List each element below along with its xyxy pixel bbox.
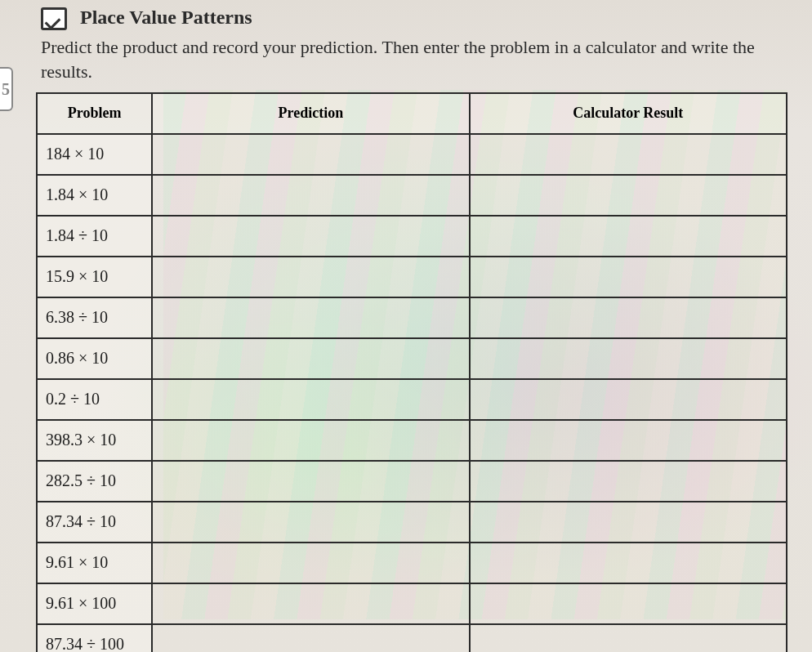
table-row: 1.84 ÷ 10 xyxy=(37,216,787,257)
worksheet-table: Problem Prediction Calculator Result 184… xyxy=(36,92,787,652)
problem-cell: 0.86 × 10 xyxy=(37,338,152,379)
problem-cell: 184 × 10 xyxy=(37,134,152,175)
table-row: 6.38 ÷ 10 xyxy=(37,297,787,338)
prediction-cell[interactable] xyxy=(152,420,469,461)
section-title: Place Value Patterns xyxy=(41,7,787,30)
prediction-cell[interactable] xyxy=(152,134,469,175)
prediction-cell[interactable] xyxy=(152,461,469,502)
problem-cell: 282.5 ÷ 10 xyxy=(37,461,152,502)
result-cell[interactable] xyxy=(470,583,787,624)
prediction-cell[interactable] xyxy=(152,583,469,624)
table-row: 398.3 × 10 xyxy=(37,420,787,461)
header-result: Calculator Result xyxy=(470,93,787,134)
prediction-cell[interactable] xyxy=(152,297,469,338)
result-cell[interactable] xyxy=(470,216,787,257)
result-cell[interactable] xyxy=(470,461,787,502)
prediction-cell[interactable] xyxy=(152,175,469,216)
table-row: 0.2 ÷ 10 xyxy=(37,379,787,420)
result-cell[interactable] xyxy=(470,134,787,175)
problem-cell: 9.61 × 10 xyxy=(37,543,152,583)
table-row: 87.34 ÷ 10 xyxy=(37,502,787,543)
prediction-cell[interactable] xyxy=(152,338,469,379)
result-cell[interactable] xyxy=(470,624,787,652)
checkbox-icon xyxy=(41,7,67,30)
problem-cell: 6.38 ÷ 10 xyxy=(37,297,152,338)
result-cell[interactable] xyxy=(470,420,787,461)
table-row: 282.5 ÷ 10 xyxy=(37,461,787,502)
header-problem: Problem xyxy=(37,93,152,134)
result-cell[interactable] xyxy=(470,338,787,379)
table-row: 87.34 ÷ 100 xyxy=(37,624,787,652)
problem-cell: 1.84 × 10 xyxy=(37,175,152,216)
result-cell[interactable] xyxy=(470,257,787,297)
problem-cell: 87.34 ÷ 10 xyxy=(37,502,152,543)
prediction-cell[interactable] xyxy=(152,257,469,297)
problem-cell: 1.84 ÷ 10 xyxy=(37,216,152,257)
result-cell[interactable] xyxy=(470,502,787,543)
table-header-row: Problem Prediction Calculator Result xyxy=(37,93,787,134)
problem-cell: 15.9 × 10 xyxy=(37,257,152,297)
result-cell[interactable] xyxy=(470,379,787,420)
prediction-cell[interactable] xyxy=(152,624,469,652)
table-row: 15.9 × 10 xyxy=(37,257,787,297)
instructions-text: Predict the product and record your pred… xyxy=(41,35,787,83)
table-row: 184 × 10 xyxy=(37,134,787,175)
worksheet-content: Place Value Patterns Predict the product… xyxy=(0,0,812,652)
result-cell[interactable] xyxy=(470,297,787,338)
prediction-cell[interactable] xyxy=(152,502,469,543)
problem-cell: 87.34 ÷ 100 xyxy=(37,624,152,652)
problem-cell: 0.2 ÷ 10 xyxy=(37,379,152,420)
table-row: 9.61 × 100 xyxy=(37,583,787,624)
table-row: 1.84 × 10 xyxy=(37,175,787,216)
result-cell[interactable] xyxy=(470,543,787,583)
title-text: Place Value Patterns xyxy=(80,7,252,28)
prediction-cell[interactable] xyxy=(152,216,469,257)
result-cell[interactable] xyxy=(470,175,787,216)
table-row: 0.86 × 10 xyxy=(37,338,787,379)
prediction-cell[interactable] xyxy=(152,543,469,583)
problem-cell: 398.3 × 10 xyxy=(37,420,152,461)
problem-cell: 9.61 × 100 xyxy=(37,583,152,624)
prediction-cell[interactable] xyxy=(152,379,469,420)
table-row: 9.61 × 10 xyxy=(37,543,787,583)
header-prediction: Prediction xyxy=(152,93,469,134)
